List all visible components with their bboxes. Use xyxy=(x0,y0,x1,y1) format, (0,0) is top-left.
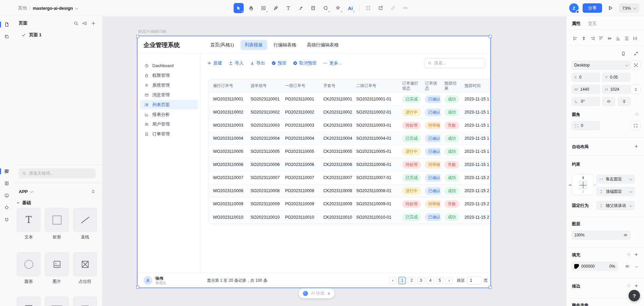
present-play-icon[interactable] xyxy=(606,4,615,12)
table-row[interactable]: WO2023110009SO2023110009PO2023110009CK20… xyxy=(209,198,490,211)
library-select[interactable]: APP xyxy=(19,189,28,194)
align-v-center-icon[interactable] xyxy=(605,34,613,42)
independent-corners-button[interactable] xyxy=(631,121,641,130)
selection-handle[interactable] xyxy=(489,286,492,289)
responsive-device-icon[interactable] xyxy=(619,49,627,57)
frame-label[interactable]: BODY-8885786 xyxy=(138,29,166,34)
layer-opacity-field[interactable]: 100% xyxy=(571,230,631,240)
flip-horizontal-button[interactable] xyxy=(602,97,615,106)
panel-tab-interactions[interactable]: 交互 xyxy=(588,19,597,28)
jump-page-input[interactable] xyxy=(467,276,482,285)
design-frame[interactable]: 企业管理系统 首页(风格1)列表模板行编辑表格高级行编辑表格 Dashboard… xyxy=(138,36,490,288)
circle-component-icon[interactable] xyxy=(16,252,41,276)
mock-action-plus[interactable]: 新建 xyxy=(207,60,222,66)
fill-eye-icon[interactable] xyxy=(623,262,631,270)
comment-tool-icon[interactable] xyxy=(321,3,331,13)
height-field[interactable]: H1024 xyxy=(602,85,631,94)
chevron-down-icon[interactable] xyxy=(30,189,33,193)
mock-action-upload[interactable]: 导入 xyxy=(228,60,244,66)
fixed-behavior-select[interactable]: 随父级滚动 xyxy=(596,201,635,210)
plugin-icon[interactable] xyxy=(0,214,13,226)
fit-frame-button[interactable] xyxy=(631,60,641,70)
lock-ratio-swap-icon[interactable] xyxy=(631,85,641,94)
width-field[interactable]: W1440 xyxy=(571,85,600,94)
placeholder-component-icon[interactable] xyxy=(73,252,97,276)
form-tool-icon[interactable] xyxy=(308,3,318,13)
mock-sidebar-item[interactable]: 消息管理 xyxy=(140,90,198,100)
mock-sidebar-item[interactable]: 列表页面 xyxy=(140,100,198,110)
distribute-horizontal-icon[interactable] xyxy=(631,34,639,42)
add-auto-layout-icon[interactable]: + xyxy=(633,143,640,150)
horizontal-constraint-select[interactable]: 靠左固定 xyxy=(596,174,635,184)
stroke-style-dots-icon[interactable] xyxy=(625,282,633,290)
constraints-widget[interactable] xyxy=(572,174,593,195)
add-stroke-icon[interactable]: + xyxy=(633,282,640,290)
ai-quick-bar[interactable]: AI 快捷 × xyxy=(299,288,334,298)
avatar[interactable]: Z xyxy=(569,3,579,13)
mock-table-search[interactable] xyxy=(424,58,485,68)
add-page-icon[interactable] xyxy=(89,19,98,28)
export-tool-icon[interactable] xyxy=(376,3,386,13)
connector-tool-icon[interactable] xyxy=(296,3,306,13)
mock-sidebar-item[interactable]: 用户管理 xyxy=(140,119,198,129)
page-list-item[interactable]: 页面 1 xyxy=(13,30,102,40)
breadcrumb-group[interactable]: 其他 xyxy=(18,5,27,11)
x-position-field[interactable]: X0 xyxy=(571,73,600,82)
share-button[interactable]: 分享 xyxy=(583,3,602,13)
fill-swatch[interactable] xyxy=(574,264,579,269)
distribute-vertical-icon[interactable] xyxy=(623,34,631,42)
components-icon[interactable] xyxy=(0,165,13,177)
mock-action-more-dots[interactable]: 更多... xyxy=(323,60,342,66)
page-button[interactable]: 5 xyxy=(436,277,443,284)
frame-tool-icon[interactable] xyxy=(259,3,269,13)
device-preset-select[interactable]: Desktop xyxy=(571,60,631,70)
table-row[interactable]: WO2023110003SO2023110003PO2023110003CK20… xyxy=(209,119,490,132)
selection-handle[interactable] xyxy=(489,35,492,38)
fill-style-dots-icon[interactable] xyxy=(625,251,633,258)
table-row[interactable]: WO2023110008SO2023110008PO2023110008CK20… xyxy=(209,184,490,198)
link-tool-icon[interactable] xyxy=(388,3,398,13)
y-position-field[interactable]: Y0.05 xyxy=(602,73,631,82)
button-component-icon[interactable]: Btn xyxy=(45,296,69,306)
mock-nav-tab[interactable]: 首页(风格1) xyxy=(206,40,238,50)
mock-action-check-circle[interactable]: 预留 xyxy=(271,60,286,66)
prev-page-button[interactable]: ‹ xyxy=(389,277,396,284)
radius-style-dots-icon[interactable] xyxy=(633,111,641,118)
rect-component-icon[interactable] xyxy=(45,208,69,232)
pages-icon[interactable] xyxy=(0,18,13,31)
table-row[interactable]: WO2023110010SO2023110010PO2023110010CK20… xyxy=(209,211,490,224)
breadcrumb[interactable]: 其他 / mastergo-ai-design xyxy=(18,5,78,11)
mock-sidebar-item[interactable]: 订单管理 xyxy=(140,129,198,139)
chevron-down-icon[interactable] xyxy=(75,6,78,9)
page-button[interactable]: 4 xyxy=(427,277,434,284)
text-component-icon[interactable]: T xyxy=(16,208,41,232)
text-tool-icon[interactable] xyxy=(283,3,293,13)
design-canvas[interactable]: BODY-8885786 企业管理系统 首页(风格1)列表模板行编辑表格高级行编… xyxy=(103,16,566,306)
rotation-field[interactable]: 0° xyxy=(571,97,600,106)
eye-icon[interactable] xyxy=(623,233,628,237)
radius-field[interactable]: 0 xyxy=(571,121,600,130)
table-row[interactable]: WO2023110006SO2023110006PO2023110006CK20… xyxy=(209,158,490,171)
mock-nav-tab[interactable]: 高级行编辑表格 xyxy=(303,40,343,50)
align-top-icon[interactable] xyxy=(597,34,605,42)
selection-handle[interactable] xyxy=(136,286,139,289)
collapse-panel-icon[interactable] xyxy=(632,49,640,57)
ai-tool-icon[interactable]: Ai xyxy=(345,3,356,13)
align-right-icon[interactable] xyxy=(588,34,596,42)
component-search-input[interactable] xyxy=(29,171,92,176)
search-pages-icon[interactable] xyxy=(71,19,80,28)
add-fill-icon[interactable]: + xyxy=(633,251,640,258)
table-row[interactable]: WO2023110004SO2023110004PO2023110004CK20… xyxy=(209,132,490,145)
align-bottom-icon[interactable] xyxy=(614,34,622,42)
resource-diamond-icon[interactable] xyxy=(0,202,13,214)
mock-action-cancel-circle[interactable]: 取消预留 xyxy=(293,60,317,66)
table-component-icon[interactable] xyxy=(73,296,97,306)
selection-handle[interactable] xyxy=(136,35,139,38)
next-page-button[interactable]: › xyxy=(445,277,453,284)
remove-fill-icon[interactable]: − xyxy=(633,262,641,270)
mock-sidebar-item[interactable]: 系统管理 xyxy=(140,80,198,90)
container-component-icon[interactable] xyxy=(16,296,41,306)
emoji-icon[interactable] xyxy=(0,189,13,202)
vertical-constraint-select[interactable]: 顶端固定 xyxy=(596,187,635,196)
mock-table-search-input[interactable] xyxy=(434,61,482,65)
